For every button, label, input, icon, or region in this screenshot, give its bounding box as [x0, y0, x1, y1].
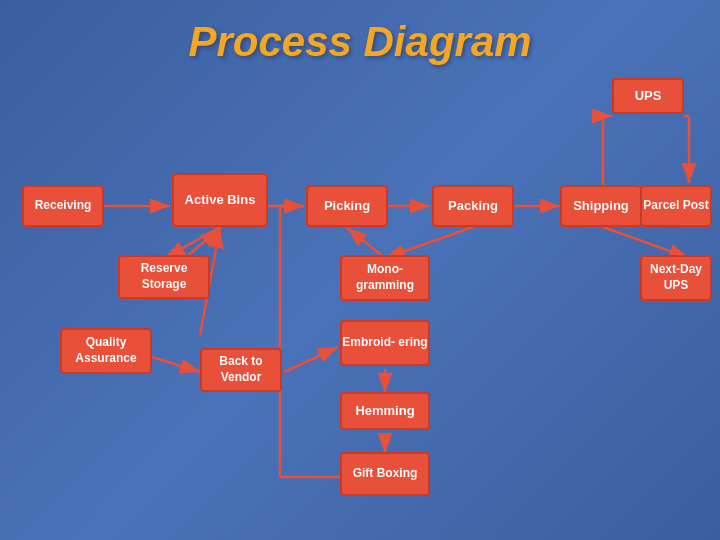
- box-reserve-storage: Reserve Storage: [118, 255, 210, 299]
- box-receiving: Receiving: [22, 185, 104, 227]
- box-gift-boxing: Gift Boxing: [340, 452, 430, 496]
- box-active-bins: Active Bins: [172, 173, 268, 227]
- svg-line-17: [152, 357, 200, 372]
- box-parcel-post: Parcel Post: [640, 185, 712, 227]
- box-shipping: Shipping: [560, 185, 642, 227]
- box-next-day-ups: Next-Day UPS: [640, 255, 712, 301]
- box-quality-assurance: Quality Assurance: [60, 328, 152, 374]
- box-back-to-vendor: Back to Vendor: [200, 348, 282, 392]
- svg-line-11: [385, 227, 473, 258]
- svg-line-18: [284, 347, 338, 372]
- page: Process Diagram: [0, 0, 720, 540]
- svg-line-14: [165, 227, 220, 258]
- box-picking: Picking: [306, 185, 388, 227]
- box-hemming: Hemming: [340, 392, 430, 430]
- box-embroidering: Embroid- ering: [340, 320, 430, 366]
- box-packing: Packing: [432, 185, 514, 227]
- page-title: Process Diagram: [0, 18, 720, 66]
- svg-line-13: [603, 227, 689, 258]
- svg-line-15: [185, 228, 220, 258]
- box-monogramming: Mono- gramming: [340, 255, 430, 301]
- box-ups: UPS: [612, 78, 684, 114]
- svg-line-12: [347, 228, 385, 258]
